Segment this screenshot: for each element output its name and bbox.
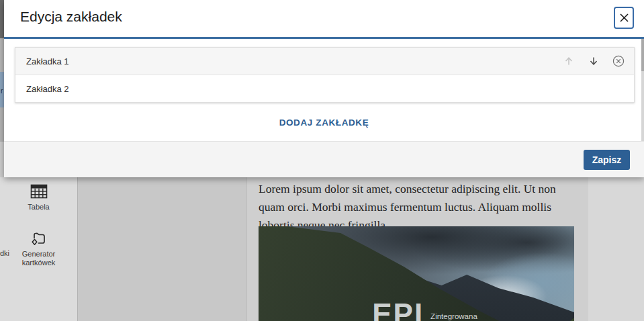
sidebar-item-label: Tabela xyxy=(0,203,77,212)
circle-x-icon xyxy=(612,55,625,67)
logo-caption: Zintegrowana xyxy=(430,301,477,321)
add-bookmark-button[interactable]: DODAJ ZAKŁADKĘ xyxy=(250,117,398,128)
dialog-title: Edycja zakładek xyxy=(20,9,122,25)
selected-item-fragment: r xyxy=(1,88,3,95)
logo-text: EPI xyxy=(372,301,424,321)
sidebar-item-cutoff-label: dki xyxy=(0,249,9,257)
bookmark-label: Zakładka 1 xyxy=(26,56,563,66)
dialog-scrollbar[interactable] xyxy=(641,39,644,142)
scrollbar-thumb[interactable] xyxy=(641,39,644,71)
move-up-button[interactable] xyxy=(563,55,575,67)
dialog-body: Zakładka 1 xyxy=(4,39,644,142)
bookmark-row[interactable]: Zakładka 2 xyxy=(15,75,634,102)
sidebar-item-generator-kartkowek[interactable]: Generator kartkówek xyxy=(0,230,77,267)
dialog-footer: Zapisz xyxy=(4,141,644,177)
save-button[interactable]: Zapisz xyxy=(584,150,630,170)
arrow-up-icon xyxy=(563,56,574,66)
sidebar-item-label: Generator kartkówek xyxy=(0,250,77,267)
move-down-button[interactable] xyxy=(588,55,600,67)
arrow-down-icon xyxy=(588,56,599,66)
bookmark-row[interactable]: Zakładka 1 xyxy=(15,48,634,75)
photo-logo: EPI Zintegrowana xyxy=(372,301,477,321)
edit-bookmarks-dialog: Edycja zakładek Zakładka 1 xyxy=(4,0,644,177)
remove-bookmark-button[interactable] xyxy=(612,55,625,67)
close-button[interactable] xyxy=(614,7,634,29)
sidebar-item-tabela[interactable]: Tabela xyxy=(0,183,77,212)
close-icon xyxy=(619,13,629,23)
screen: Tabela Generator kartkówek dki Lorem ips… xyxy=(0,0,644,321)
quiz-generator-icon xyxy=(30,230,48,247)
dialog-header: Edycja zakładek xyxy=(4,0,644,39)
table-icon xyxy=(30,183,48,200)
bookmark-label: Zakładka 2 xyxy=(26,84,625,94)
bookmark-list: Zakładka 1 xyxy=(15,47,635,103)
mountain-photo: EPI Zintegrowana xyxy=(259,226,574,321)
bookmark-actions xyxy=(563,55,625,67)
